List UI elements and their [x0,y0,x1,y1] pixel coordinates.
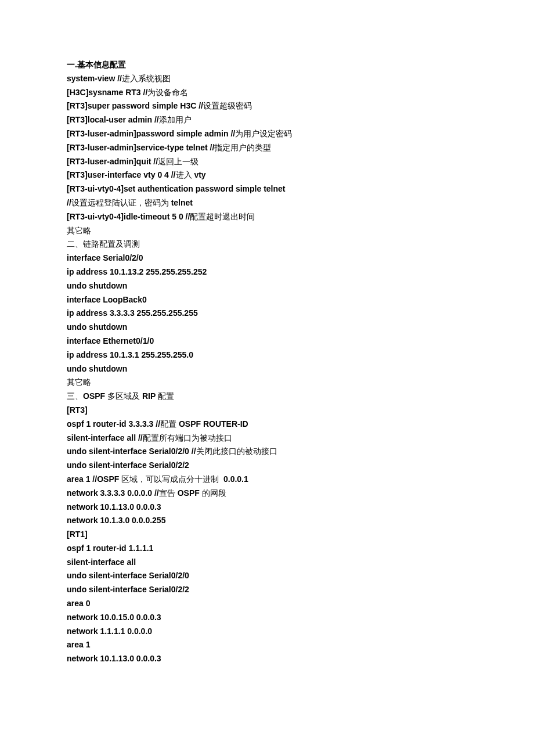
text-line: [H3C]sysname RT3 //为设备命名 [67,86,467,100]
text-line: network 10.0.15.0 0.0.0.3 [67,611,467,625]
text-line: area 1 [67,638,467,652]
text-line: [RT3]user-interface vty 0 4 //进入 vty [67,168,467,182]
text-line: undo silent-interface Serial0/2/0 //关闭此接… [67,445,467,459]
text-line: ospf 1 router-id 1.1.1.1 [67,542,467,556]
text-line: silent-interface all //配置所有端口为被动接口 [67,431,467,445]
text-line: ip address 3.3.3.3 255.255.255.255 [67,307,467,321]
text-line: network 3.3.3.3 0.0.0.0 //宣告 OSPF 的网段 [67,487,467,501]
text-line: [RT3]local-user admin //添加用户 [67,113,467,127]
text-line: [RT1] [67,528,467,542]
text-line: network 10.1.3.0 0.0.0.255 [67,514,467,528]
text-line: undo shutdown [67,321,467,334]
text-line: ip address 10.1.13.2 255.255.255.252 [67,265,467,279]
text-line: [RT3-luser-admin]service-type telnet //指… [67,141,467,155]
text-line: ip address 10.1.3.1 255.255.255.0 [67,348,467,362]
text-line: [RT3]super password simple H3C //设置超级密码 [67,99,467,113]
text-line: network 1.1.1.1 0.0.0.0 [67,625,467,639]
text-line: 二、链路配置及调测 [67,237,467,251]
text-line: undo shutdown [67,362,467,376]
text-line: 其它略 [67,376,467,390]
document-content: 一.基本信息配置system-view //进入系统视图[H3C]sysname… [67,58,467,666]
text-line: undo shutdown [67,279,467,293]
text-line: ospf 1 router-id 3.3.3.3 //配置 OSPF ROUTE… [67,417,467,431]
text-line: network 10.1.13.0 0.0.0.3 [67,501,467,514]
text-line: [RT3-ui-vty0-4]idle-timeout 5 0 //配置超时退出… [67,210,467,224]
text-line: undo silent-interface Serial0/2/0 [67,569,467,583]
text-line: [RT3-luser-admin]quit //返回上一级 [67,155,467,169]
text-line: [RT3] [67,404,467,417]
text-line: silent-interface all [67,556,467,570]
text-line: 三、OSPF 多区域及 RIP 配置 [67,390,467,404]
text-line: [RT3-ui-vty0-4]set authentication passwo… [67,182,467,196]
text-line: interface Serial0/2/0 [67,251,467,265]
text-line: 一.基本信息配置 [67,58,467,72]
text-line: undo silent-interface Serial0/2/2 [67,459,467,473]
text-line: 其它略 [67,224,467,238]
text-line: interface Ethernet0/1/0 [67,334,467,348]
text-line: undo silent-interface Serial0/2/2 [67,583,467,597]
text-line: interface LoopBack0 [67,293,467,307]
text-line: [RT3-luser-admin]password simple admin /… [67,127,467,141]
text-line: area 0 [67,597,467,611]
text-line: network 10.1.13.0 0.0.0.3 [67,652,467,666]
text-line: area 1 //OSPF 区域，可以写成点分十进制 0.0.0.1 [67,473,467,487]
text-line: //设置远程登陆认证，密码为 telnet [67,196,467,210]
text-line: system-view //进入系统视图 [67,72,467,86]
